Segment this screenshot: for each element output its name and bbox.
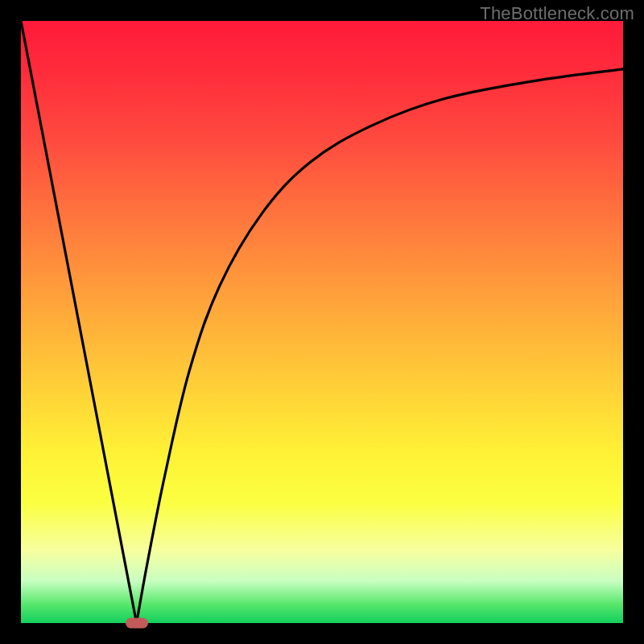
curve-left-branch <box>21 21 137 623</box>
curve-right-branch <box>137 69 623 623</box>
plot-area <box>21 21 623 623</box>
watermark-text: TheBottleneck.com <box>480 3 634 24</box>
bottleneck-curve <box>21 21 623 623</box>
minimum-marker <box>126 618 148 629</box>
chart-frame: TheBottleneck.com <box>0 0 644 644</box>
